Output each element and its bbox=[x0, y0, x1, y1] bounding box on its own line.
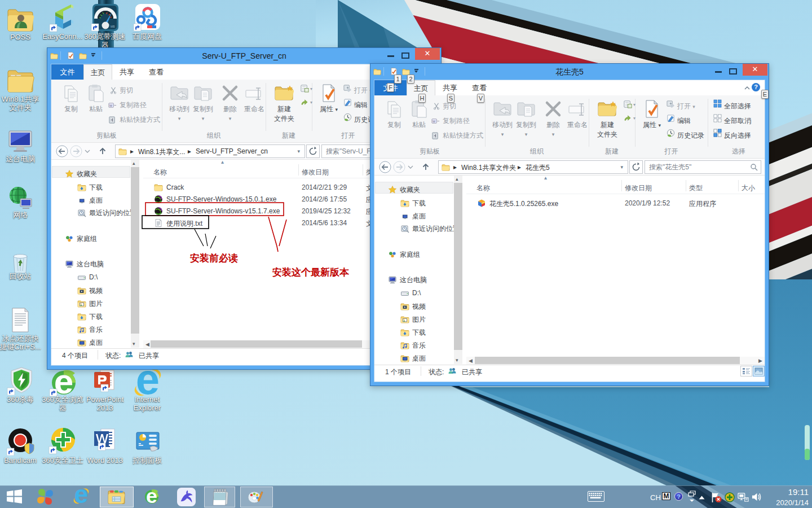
svg-text:e: e bbox=[74, 488, 88, 505]
svg-text:MB: MB bbox=[111, 25, 115, 28]
svg-text:e: e bbox=[136, 368, 160, 397]
